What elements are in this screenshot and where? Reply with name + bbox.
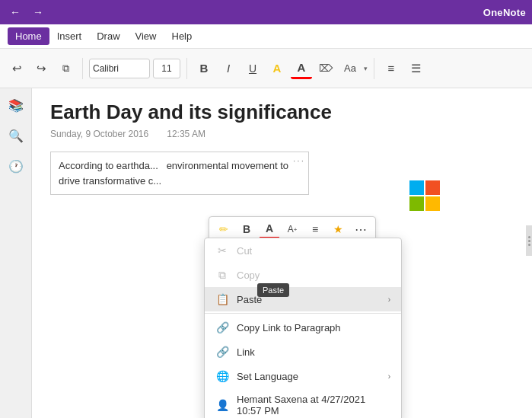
copy-icon: ⧉ bbox=[215, 268, 229, 282]
time-text: 12:35 AM bbox=[167, 129, 205, 139]
handle-dot-1 bbox=[528, 236, 530, 238]
page-title: Earth Day and its significance bbox=[50, 101, 514, 124]
paste-arrow-icon: › bbox=[388, 295, 390, 304]
svg-rect-1 bbox=[425, 180, 440, 195]
eraser-button[interactable]: ⌦ bbox=[315, 58, 336, 79]
ctx-divider-1 bbox=[205, 313, 401, 314]
undo-button[interactable]: ↩ bbox=[6, 58, 27, 79]
author-icon: 👤 bbox=[215, 398, 229, 412]
mini-list-button[interactable]: ≡ bbox=[305, 219, 325, 239]
ribbon: ↩ ↪ ⧉ B I U A A ⌦ Aa ▾ ≡ ☰ bbox=[0, 49, 532, 88]
ctx-copy-label: Copy bbox=[237, 270, 260, 281]
mini-bold-button[interactable]: B bbox=[237, 219, 256, 239]
cut-icon: ✂ bbox=[215, 244, 229, 257]
mini-font-color-button[interactable]: A bbox=[260, 219, 279, 239]
clipboard-button[interactable]: ⧉ bbox=[55, 58, 76, 79]
left-sidebar: 📚 🔍 🕐 bbox=[0, 88, 32, 418]
context-menu: ✂ Cut ⧉ Copy 📋 Paste › 🔗 Copy Link to Pa… bbox=[204, 238, 402, 418]
menu-home[interactable]: Home bbox=[8, 27, 49, 45]
ctx-cut-label: Cut bbox=[237, 245, 252, 257]
bold-button[interactable]: B bbox=[193, 58, 215, 79]
ctx-paste-label: Paste bbox=[237, 294, 262, 305]
ctx-cut[interactable]: ✂ Cut bbox=[205, 238, 401, 263]
styles-button[interactable]: Aa bbox=[339, 58, 361, 79]
outline-button[interactable]: ☰ bbox=[405, 58, 426, 79]
right-handle[interactable] bbox=[526, 225, 532, 256]
dropdown-arrow[interactable]: ▾ bbox=[364, 65, 368, 72]
ctx-link-label: Link bbox=[237, 346, 255, 358]
back-button[interactable]: ← bbox=[6, 3, 24, 21]
date-text: Sunday, 9 October 2016 bbox=[50, 129, 148, 139]
title-bar: ← → OneNote bbox=[0, 0, 532, 24]
ctx-setlanguage[interactable]: 🌐 Set Language › bbox=[205, 364, 401, 388]
italic-button[interactable]: I bbox=[218, 58, 239, 79]
ribbon-sep-1 bbox=[82, 58, 83, 79]
svg-rect-0 bbox=[409, 180, 424, 195]
title-bar-nav: ← → bbox=[6, 3, 47, 21]
app-name: OneNote bbox=[483, 7, 526, 18]
ctx-author[interactable]: 👤 Hemant Saxena at 4/27/2021 10:57 PM bbox=[205, 388, 401, 418]
menu-bar: Home Insert Draw View Help bbox=[0, 24, 532, 49]
mini-font-size-button[interactable]: A+ bbox=[282, 219, 302, 239]
setlanguage-icon: 🌐 bbox=[215, 369, 229, 383]
link-icon: 🔗 bbox=[215, 345, 229, 359]
windows-tile-icon bbox=[409, 180, 441, 212]
sidebar-history-icon[interactable]: 🕐 bbox=[5, 155, 27, 177]
ribbon-sep-2 bbox=[186, 58, 187, 79]
menu-insert[interactable]: Insert bbox=[49, 27, 90, 45]
ctx-setlanguage-label: Set Language bbox=[237, 371, 298, 382]
redo-button[interactable]: ↪ bbox=[30, 58, 52, 79]
handle-dot-3 bbox=[528, 244, 530, 246]
menu-draw[interactable]: Draw bbox=[89, 27, 127, 45]
ctx-copylink[interactable]: 🔗 Copy Link to Paragraph bbox=[205, 315, 401, 340]
ctx-link[interactable]: 🔗 Link bbox=[205, 340, 401, 364]
svg-rect-3 bbox=[425, 196, 440, 211]
sidebar-notebooks-icon[interactable]: 📚 bbox=[5, 94, 27, 116]
ctx-copy[interactable]: ⧉ Copy bbox=[205, 263, 401, 287]
setlanguage-arrow-icon: › bbox=[388, 372, 390, 381]
font-name-input[interactable] bbox=[89, 59, 150, 78]
underline-button[interactable]: U bbox=[242, 58, 263, 79]
content-area: Earth Day and its significance Sunday, 9… bbox=[32, 88, 532, 418]
ctx-author-label: Hemant Saxena at 4/27/2021 10:57 PM bbox=[237, 394, 390, 416]
font-size-input[interactable] bbox=[153, 59, 180, 78]
font-color-button[interactable]: A bbox=[291, 58, 312, 79]
paste-icon: 📋 bbox=[215, 292, 229, 306]
ctx-paste[interactable]: 📋 Paste › bbox=[205, 287, 401, 311]
menu-help[interactable]: Help bbox=[164, 27, 200, 45]
ribbon-sep-3 bbox=[374, 58, 374, 79]
page-date: Sunday, 9 October 2016 12:35 AM bbox=[50, 129, 514, 139]
text-box[interactable]: ··· According to earthda... environmenta… bbox=[50, 152, 309, 195]
text-content: According to earthda... environmental mo… bbox=[59, 160, 288, 187]
text-box-handle[interactable]: ··· bbox=[293, 154, 305, 168]
svg-rect-2 bbox=[409, 196, 424, 211]
mini-favorite-button[interactable]: ★ bbox=[328, 219, 348, 239]
mini-highlight-button[interactable]: ✏ bbox=[214, 219, 234, 239]
menu-view[interactable]: View bbox=[128, 27, 164, 45]
forward-button[interactable]: → bbox=[29, 3, 47, 21]
ctx-copylink-label: Copy Link to Paragraph bbox=[237, 322, 341, 333]
list-button[interactable]: ≡ bbox=[381, 58, 402, 79]
highlight-button[interactable]: A bbox=[266, 58, 288, 79]
copylink-icon: 🔗 bbox=[215, 321, 229, 334]
sidebar-search-icon[interactable]: 🔍 bbox=[5, 125, 27, 146]
main-container: 📚 🔍 🕐 Earth Day and its significance Sun… bbox=[0, 88, 532, 418]
mini-more-button[interactable]: ⋯ bbox=[351, 219, 371, 239]
handle-dot-2 bbox=[528, 240, 530, 242]
